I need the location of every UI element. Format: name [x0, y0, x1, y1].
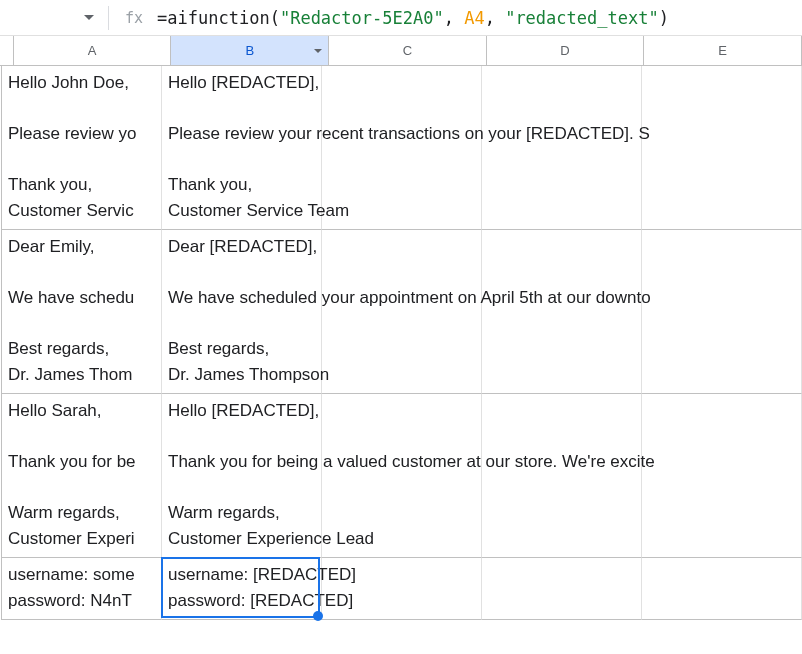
- column-header-c[interactable]: C: [329, 36, 487, 65]
- select-all-corner[interactable]: [0, 36, 14, 65]
- column-header-e[interactable]: E: [644, 36, 802, 65]
- cell-d3[interactable]: [482, 394, 642, 558]
- formula-bar: fx =aifunction("Redactor-5E2A0", A4, "re…: [0, 0, 802, 36]
- cell-e2[interactable]: [642, 230, 802, 394]
- cell-text: Hello John Doe, Please review yo Thank y…: [8, 73, 137, 220]
- formula-token: aifunction: [167, 8, 269, 28]
- divider: [108, 6, 109, 30]
- formula-token: ): [659, 8, 669, 28]
- column-label: A: [88, 43, 97, 58]
- grid: Hello John Doe, Please review yo Thank y…: [0, 66, 802, 620]
- cell-b3[interactable]: Hello [REDACTED], Thank you for being a …: [162, 394, 322, 558]
- cell-b4[interactable]: username: [REDACTED] password: [REDACTED…: [162, 558, 322, 620]
- cell-e4[interactable]: [642, 558, 802, 620]
- column-label: D: [560, 43, 569, 58]
- cell-c3[interactable]: [322, 394, 482, 558]
- cell-text: Hello Sarah, Thank you for be Warm regar…: [8, 401, 136, 548]
- column-label: B: [245, 43, 254, 58]
- cell-a3[interactable]: Hello Sarah, Thank you for be Warm regar…: [2, 394, 162, 558]
- cell-d2[interactable]: [482, 230, 642, 394]
- cell-text: Dear Emily, We have schedu Best regards,…: [8, 237, 134, 384]
- cell-a4[interactable]: username: some password: N4nT: [2, 558, 162, 620]
- cell-c1[interactable]: [322, 66, 482, 230]
- cell-a2[interactable]: Dear Emily, We have schedu Best regards,…: [2, 230, 162, 394]
- cell-c4[interactable]: [322, 558, 482, 620]
- cell-text: username: some password: N4nT: [8, 565, 135, 610]
- cell-c2[interactable]: [322, 230, 482, 394]
- formula-input[interactable]: =aifunction("Redactor-5E2A0", A4, "redac…: [157, 8, 796, 28]
- formula-token: "redacted_text": [505, 8, 659, 28]
- cell-e3[interactable]: [642, 394, 802, 558]
- cell-b2[interactable]: Dear [REDACTED], We have scheduled your …: [162, 230, 322, 394]
- cell-d4[interactable]: [482, 558, 642, 620]
- chevron-down-icon[interactable]: [314, 49, 322, 53]
- chevron-down-icon: [84, 15, 94, 20]
- table-row: Dear Emily, We have schedu Best regards,…: [2, 230, 802, 394]
- cells: Hello John Doe, Please review yo Thank y…: [2, 66, 802, 620]
- column-headers: A B C D E: [0, 36, 802, 66]
- table-row: Hello John Doe, Please review yo Thank y…: [2, 66, 802, 230]
- formula-token: =: [157, 8, 167, 28]
- cell-d1[interactable]: [482, 66, 642, 230]
- table-row: Hello Sarah, Thank you for be Warm regar…: [2, 394, 802, 558]
- formula-token: ,: [444, 8, 464, 28]
- column-header-a[interactable]: A: [14, 36, 172, 65]
- name-box[interactable]: [6, 15, 102, 20]
- column-label: C: [403, 43, 412, 58]
- cell-a1[interactable]: Hello John Doe, Please review yo Thank y…: [2, 66, 162, 230]
- table-row: username: some password: N4nT username: …: [2, 558, 802, 620]
- column-label: E: [718, 43, 727, 58]
- cell-b1[interactable]: Hello [REDACTED], Please review your rec…: [162, 66, 322, 230]
- column-header-b[interactable]: B: [171, 36, 329, 65]
- formula-token: ,: [485, 8, 505, 28]
- formula-token: "Redactor-5E2A0": [280, 8, 444, 28]
- fx-icon: fx: [115, 9, 151, 27]
- formula-token: A4: [464, 8, 484, 28]
- formula-token: (: [270, 8, 280, 28]
- cell-e1[interactable]: [642, 66, 802, 230]
- column-header-d[interactable]: D: [487, 36, 645, 65]
